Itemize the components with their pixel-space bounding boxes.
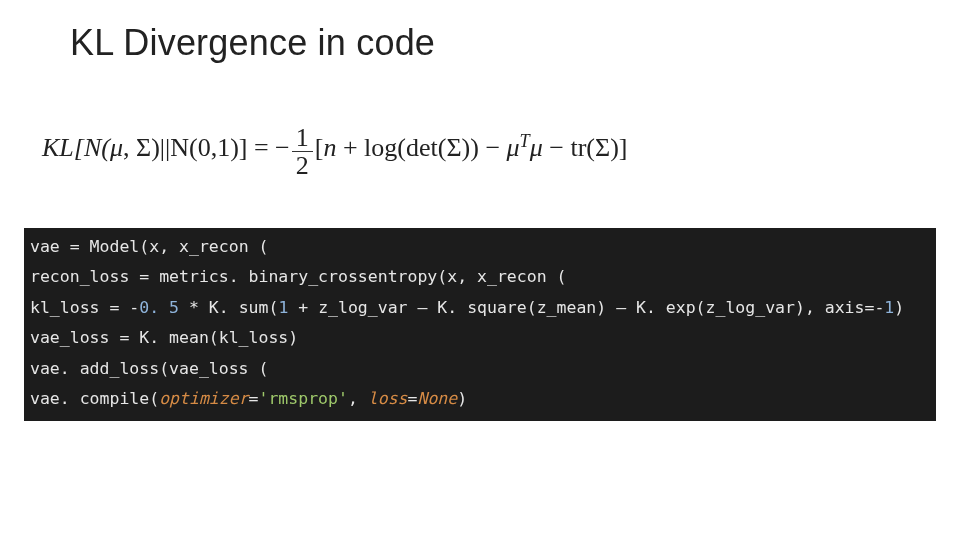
code-line-6: vae. compile(optimizer='rmsprop', loss=N…	[30, 384, 930, 415]
keyword-arg: loss	[368, 389, 408, 408]
code-line-1: vae = Model(x, x_recon (	[30, 232, 930, 263]
formula-mid: )||N(0,1)] =	[151, 133, 275, 162]
code-line-3: kl_loss = -0. 5 * K. sum(1 + z_log_var –…	[30, 293, 930, 324]
comma: ,	[123, 133, 136, 162]
code-text: vae. compile(	[30, 389, 159, 408]
code-text: kl_loss	[30, 298, 109, 317]
number-literal: 0. 5	[139, 298, 179, 317]
mu3: μ	[530, 133, 543, 162]
code-text: K. mean(kl_loss)	[129, 328, 298, 347]
code-text: -	[119, 298, 139, 317]
code-text: vae	[30, 237, 70, 256]
code-text: )	[894, 298, 904, 317]
superscript-t: T	[520, 131, 530, 151]
code-text: vae_loss	[30, 328, 119, 347]
keyword-arg: optimizer	[159, 389, 248, 408]
equals-op: =	[109, 298, 119, 317]
number-literal: 1	[884, 298, 894, 317]
sigma3: Σ	[595, 133, 610, 162]
denominator: 2	[292, 152, 313, 179]
after-det: )) −	[462, 133, 507, 162]
number-literal: 1	[278, 298, 288, 317]
code-text: + z_log_var – K. square(z_mean) – K. exp…	[288, 298, 884, 317]
code-text: recon_loss	[30, 267, 139, 286]
equals-op: =	[249, 389, 259, 408]
bracket-close: )]	[610, 133, 627, 162]
equals-op: =	[70, 237, 80, 256]
none-literal: None	[417, 389, 457, 408]
kl-formula: KL[N(μ, Σ)||N(0,1)] = −12[n + log(det(Σ)…	[22, 64, 938, 228]
formula-text: KL[N(	[42, 133, 110, 162]
one-half: 12	[292, 124, 313, 180]
code-text: * K. sum(	[179, 298, 278, 317]
equals-op: =	[139, 267, 149, 286]
sigma2: Σ	[446, 133, 461, 162]
neg: −	[275, 133, 290, 162]
equals-op: =	[408, 389, 418, 408]
equals-op: =	[119, 328, 129, 347]
code-text: )	[457, 389, 467, 408]
n: n	[323, 133, 336, 162]
mu-t: μ	[507, 133, 520, 162]
slide-title: KL Divergence in code	[22, 18, 938, 64]
numerator: 1	[292, 124, 313, 152]
minus-tr: − tr(	[543, 133, 595, 162]
code-text: ,	[348, 389, 368, 408]
code-text: metrics. binary_crossentropy(x, x_recon …	[149, 267, 566, 286]
code-text: vae. add_loss(vae_loss (	[30, 359, 268, 378]
plus-logdet: + log(det(	[336, 133, 446, 162]
code-line-2: recon_loss = metrics. binary_crossentrop…	[30, 262, 930, 293]
mu: μ	[110, 133, 123, 162]
string-literal: 'rmsprop'	[258, 389, 347, 408]
code-block: vae = Model(x, x_recon ( recon_loss = me…	[24, 228, 936, 421]
slide: KL Divergence in code KL[N(μ, Σ)||N(0,1)…	[0, 0, 960, 540]
sigma: Σ	[136, 133, 151, 162]
code-line-4: vae_loss = K. mean(kl_loss)	[30, 323, 930, 354]
code-text: Model(x, x_recon (	[80, 237, 269, 256]
code-line-5: vae. add_loss(vae_loss (	[30, 354, 930, 385]
